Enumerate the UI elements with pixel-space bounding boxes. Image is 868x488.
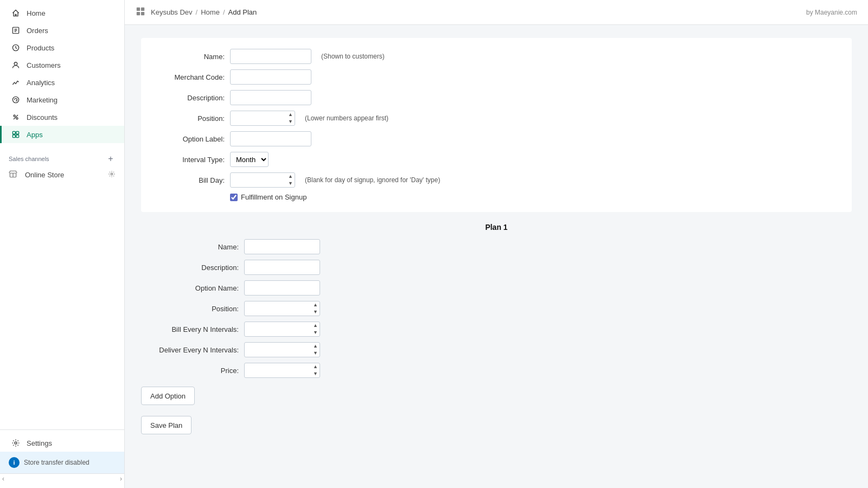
plan-price-up-button[interactable]: ▲ — [312, 363, 319, 370]
settings-label: Settings — [27, 439, 52, 447]
plan-option-name-row: Option Name: — [141, 280, 852, 296]
sidebar-item-apps[interactable]: Apps — [0, 126, 124, 143]
plan-bill-every-up-button[interactable]: ▲ — [312, 322, 319, 329]
breadcrumb: Keysubs Dev / Home / Add Plan — [136, 7, 257, 18]
plan-deliver-every-label: Deliver Every N Intervals: — [141, 346, 239, 354]
add-sales-channel-button[interactable]: + — [106, 154, 116, 164]
plan-deliver-every-up-button[interactable]: ▲ — [312, 343, 319, 350]
option-label-input[interactable] — [230, 131, 311, 146]
plan-position-up-button[interactable]: ▲ — [312, 301, 319, 309]
name-hint: (Shown to customers) — [321, 53, 385, 60]
scroll-right-button[interactable]: › — [120, 475, 122, 483]
sidebar-item-settings[interactable]: Settings — [0, 434, 124, 452]
sidebar-item-home[interactable]: Home — [0, 4, 124, 22]
sidebar-item-orders[interactable]: Orders — [0, 22, 124, 39]
position-input[interactable] — [230, 111, 295, 126]
plan-price-row: Price: ▲ ▼ — [141, 363, 852, 378]
online-store-settings-icon[interactable] — [108, 170, 116, 179]
plan-price-down-button[interactable]: ▼ — [312, 370, 319, 377]
interval-type-select[interactable]: Day Month Year — [230, 152, 269, 167]
merchant-code-input[interactable] — [230, 69, 311, 85]
bill-day-spinner: ▲ ▼ — [230, 172, 295, 188]
svg-point-11 — [111, 173, 113, 175]
plan-position-row: Position: ▲ ▼ — [141, 301, 852, 316]
position-up-button[interactable]: ▲ — [287, 111, 294, 118]
bill-day-up-button[interactable]: ▲ — [287, 173, 294, 180]
name-input[interactable] — [230, 49, 311, 64]
page-content: Name: (Shown to customers) Merchant Code… — [125, 25, 868, 488]
sidebar-item-analytics-label: Analytics — [27, 79, 55, 87]
main-content: Keysubs Dev / Home / Add Plan by Maeyani… — [125, 0, 868, 488]
fulfillment-label[interactable]: Fulfillment on Signup — [241, 193, 307, 201]
sidebar: Home Orders Products — [0, 0, 125, 488]
svg-point-2 — [14, 62, 17, 66]
svg-rect-13 — [137, 8, 140, 11]
breadcrumb-home[interactable]: Home — [201, 8, 220, 16]
products-icon — [10, 43, 21, 52]
plan-price-input[interactable] — [244, 363, 320, 378]
svg-rect-14 — [141, 8, 144, 11]
plan-name-label: Name: — [141, 243, 239, 251]
plan-position-label: Position: — [141, 305, 239, 313]
sidebar-item-home-label: Home — [27, 9, 46, 17]
plan-name-row: Name: — [141, 239, 852, 254]
sidebar-nav: Home Orders Products — [0, 0, 124, 147]
plan-option-name-label: Option Name: — [141, 284, 239, 292]
plan-position-input[interactable] — [244, 301, 320, 316]
svg-rect-16 — [141, 12, 144, 15]
svg-point-3 — [12, 97, 18, 102]
sidebar-item-discounts-label: Discounts — [27, 113, 58, 121]
bill-day-input[interactable] — [230, 172, 295, 188]
plan-description-input[interactable] — [244, 260, 320, 275]
plan-price-spinner: ▲ ▼ — [244, 363, 320, 378]
sidebar-item-analytics[interactable]: Analytics — [0, 74, 124, 91]
online-store-label: Online Store — [25, 171, 64, 179]
description-input[interactable] — [230, 90, 311, 105]
bill-day-row: Bill Day: ▲ ▼ (Blank for day of signup, … — [154, 172, 839, 188]
plan-option-name-input[interactable] — [244, 280, 320, 296]
sidebar-item-orders-label: Orders — [27, 27, 48, 35]
sidebar-item-products[interactable]: Products — [0, 39, 124, 56]
sidebar-item-discounts[interactable]: Discounts — [0, 108, 124, 126]
fulfillment-checkbox[interactable] — [230, 194, 238, 201]
sidebar-item-customers[interactable]: Customers — [0, 56, 124, 74]
store-icon — [9, 170, 20, 180]
position-down-button[interactable]: ▼ — [287, 118, 294, 125]
breadcrumb-app[interactable]: Keysubs Dev — [151, 8, 193, 16]
apps-icon — [10, 130, 21, 139]
description-label: Description: — [154, 94, 225, 102]
info-icon: i — [9, 457, 20, 468]
name-row: Name: (Shown to customers) — [154, 49, 839, 64]
scroll-left-button[interactable]: ‹ — [2, 475, 4, 483]
save-plan-container: Save Plan — [141, 416, 852, 434]
plan-bill-every-down-button[interactable]: ▼ — [312, 329, 319, 336]
plan-name-input[interactable] — [244, 239, 320, 254]
option-label-label: Option Label: — [154, 135, 225, 143]
sidebar-item-marketing-label: Marketing — [27, 96, 58, 104]
merchant-code-label: Merchant Code: — [154, 73, 225, 81]
svg-rect-7 — [16, 131, 19, 134]
plan-position-spinner: ▲ ▼ — [244, 301, 320, 316]
plan-description-row: Description: — [141, 260, 852, 275]
customers-icon — [10, 61, 21, 69]
sidebar-item-customers-label: Customers — [27, 61, 61, 69]
sidebar-item-products-label: Products — [27, 44, 54, 52]
save-plan-button[interactable]: Save Plan — [141, 416, 192, 434]
add-option-button[interactable]: Add Option — [141, 387, 195, 405]
position-spinner: ▲ ▼ — [230, 111, 295, 126]
plan-deliver-every-down-button[interactable]: ▼ — [312, 350, 319, 357]
plan-deliver-every-input[interactable] — [244, 342, 320, 357]
sidebar-item-marketing[interactable]: Marketing — [0, 91, 124, 108]
plan-bill-every-input[interactable] — [244, 322, 320, 337]
position-hint: (Lower numbers appear first) — [305, 114, 388, 122]
svg-rect-15 — [137, 12, 140, 15]
breadcrumb-current: Add Plan — [228, 8, 257, 16]
plan-position-down-button[interactable]: ▼ — [312, 309, 319, 316]
store-transfer-label: Store transfer disabled — [24, 459, 90, 466]
bill-day-down-button[interactable]: ▼ — [287, 180, 294, 187]
plan-settings-section: Name: (Shown to customers) Merchant Code… — [141, 38, 852, 212]
sidebar-item-online-store[interactable]: Online Store — [0, 166, 124, 184]
plan-deliver-every-row: Deliver Every N Intervals: ▲ ▼ — [141, 342, 852, 357]
discounts-icon — [10, 113, 21, 121]
add-option-container: Add Option — [141, 387, 852, 405]
